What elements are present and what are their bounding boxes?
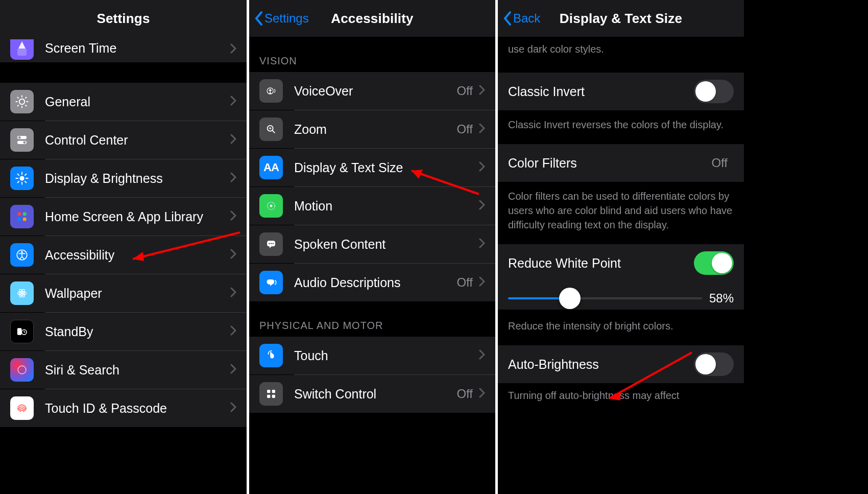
accessibility-title: Accessibility	[331, 11, 414, 27]
row-label: Control Center	[45, 133, 230, 148]
section-physical: PHYSICAL AND MOTOR	[249, 301, 495, 337]
back-label: Back	[513, 11, 540, 26]
svg-line-6	[17, 97, 19, 99]
row-classic-invert: Classic Invert	[498, 73, 744, 110]
chevron-right-icon	[230, 249, 236, 261]
auto-brightness-toggle[interactable]	[694, 352, 734, 376]
row-voiceover[interactable]: VoiceOver Off	[249, 72, 495, 110]
svg-line-43	[272, 130, 275, 133]
row-siri-search[interactable]: Siri & Search	[0, 351, 247, 389]
row-zoom[interactable]: Zoom Off	[249, 110, 495, 148]
switch-control-icon	[259, 382, 283, 406]
row-motion[interactable]: Motion	[249, 187, 495, 225]
row-screen-time[interactable]: Screen Time	[0, 37, 247, 62]
row-color-filters[interactable]: Color Filters Off	[498, 144, 744, 182]
row-wallpaper[interactable]: Wallpaper	[0, 274, 247, 312]
display-text-navbar: Back Display & Text Size	[498, 0, 744, 37]
chevron-right-icon	[479, 200, 485, 212]
audio-descriptions-icon	[259, 271, 283, 294]
svg-point-34	[21, 330, 27, 335]
row-label: Siri & Search	[45, 363, 230, 378]
accessibility-navbar: Settings Accessibility	[249, 0, 495, 37]
svg-point-50	[269, 243, 270, 244]
svg-rect-57	[267, 395, 270, 398]
row-accessibility[interactable]: Accessibility	[0, 236, 247, 274]
chevron-right-icon	[230, 134, 236, 146]
control-center-icon	[10, 128, 34, 152]
row-value: Off	[456, 387, 473, 401]
row-home-screen[interactable]: Home Screen & App Library	[0, 198, 247, 236]
svg-rect-33	[17, 328, 22, 335]
row-display-brightness[interactable]: Display & Brightness	[0, 159, 247, 197]
color-filters-footer: Color filters can be used to differentia…	[498, 182, 744, 244]
row-label: General	[45, 95, 230, 109]
reduce-white-toggle[interactable]	[694, 251, 734, 275]
row-label: Accessibility	[45, 248, 230, 263]
svg-marker-54	[270, 284, 273, 286]
accessibility-pane: Settings Accessibility VISION VoiceOver …	[249, 0, 495, 494]
chevron-right-icon	[230, 96, 236, 108]
chevron-right-icon	[479, 388, 485, 400]
svg-rect-25	[17, 218, 21, 221]
settings-pane: Settings Screen Time General Control Cen…	[0, 0, 247, 494]
svg-rect-58	[272, 395, 275, 398]
svg-line-21	[25, 174, 27, 176]
home-screen-icon	[10, 205, 34, 228]
color-filters-value: Off	[711, 156, 728, 170]
row-label: Motion	[294, 199, 479, 214]
back-button[interactable]: Back	[503, 11, 540, 26]
svg-rect-26	[23, 218, 27, 221]
classic-invert-footer: Classic Invert reverses the colors of th…	[498, 110, 744, 144]
spoken-content-icon	[259, 232, 283, 256]
svg-rect-55	[267, 390, 270, 393]
row-standby[interactable]: StandBy	[0, 313, 247, 350]
row-label: Touch	[294, 348, 479, 363]
row-general[interactable]: General	[0, 83, 247, 121]
svg-line-7	[26, 105, 27, 107]
voiceover-icon	[259, 79, 283, 103]
row-control-center[interactable]: Control Center	[0, 121, 247, 159]
classic-invert-toggle[interactable]	[694, 80, 734, 103]
svg-point-52	[272, 243, 273, 244]
display-text-pane: Back Display & Text Size use dark color …	[498, 0, 744, 494]
svg-line-9	[17, 105, 19, 107]
row-touch[interactable]: Touch	[249, 337, 495, 374]
row-switch-control[interactable]: Switch Control Off	[249, 375, 495, 413]
auto-brightness-footer-tail: Turning off auto-brightness may affect	[498, 383, 744, 408]
row-touch-id[interactable]: Touch ID & Passcode	[0, 389, 247, 427]
chevron-right-icon	[230, 210, 236, 223]
svg-rect-23	[17, 212, 21, 216]
row-label: Wallpaper	[45, 286, 230, 301]
svg-rect-24	[23, 212, 27, 216]
section-vision: VISION	[249, 37, 495, 72]
svg-point-29	[21, 292, 23, 295]
svg-point-37	[18, 366, 26, 374]
chevron-left-icon	[503, 11, 512, 26]
reduce-white-slider-row: 58%	[498, 282, 744, 310]
svg-rect-56	[272, 390, 275, 393]
row-label: Display & Brightness	[45, 171, 230, 186]
chevron-right-icon	[479, 123, 485, 135]
svg-point-13	[23, 141, 26, 144]
svg-point-47	[270, 205, 273, 207]
chevron-right-icon	[479, 238, 485, 250]
row-label: VoiceOver	[294, 84, 456, 99]
fingerprint-icon	[10, 396, 34, 420]
row-label: Switch Control	[294, 387, 456, 402]
reduce-white-footer: Reduce the intensity of bright colors.	[498, 310, 744, 345]
reduce-white-slider[interactable]	[508, 297, 702, 299]
screentime-icon	[10, 39, 34, 60]
row-label: Display & Text Size	[294, 160, 479, 175]
chevron-right-icon	[230, 172, 236, 184]
row-spoken-content[interactable]: Spoken Content	[249, 225, 495, 263]
chevron-right-icon	[479, 276, 485, 289]
chevron-right-icon	[230, 43, 236, 56]
accessibility-icon	[10, 243, 34, 267]
siri-icon	[10, 358, 34, 382]
display-text-title: Display & Text Size	[560, 11, 682, 27]
row-display-text-size[interactable]: AA Display & Text Size	[249, 149, 495, 186]
row-label: Touch ID & Passcode	[45, 401, 230, 416]
row-audio-descriptions[interactable]: Audio Descriptions Off	[249, 264, 495, 301]
standby-icon	[10, 320, 34, 343]
back-button[interactable]: Settings	[254, 11, 309, 26]
